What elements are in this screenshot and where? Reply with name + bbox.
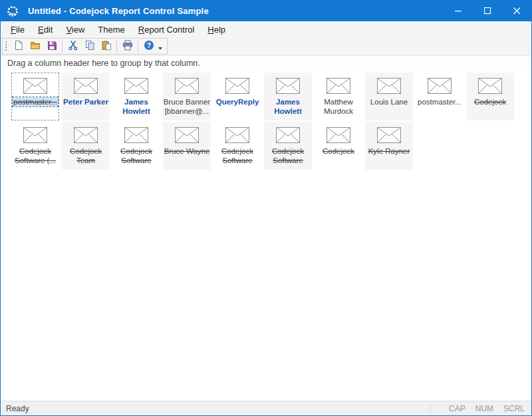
report-item-label: Kyle Rayner <box>368 146 410 156</box>
report-item[interactable]: Codejock <box>315 122 362 170</box>
toolbar-group: ? <box>2 38 168 55</box>
report-item[interactable]: James Howlett <box>264 73 312 120</box>
envelope-icon <box>23 78 47 94</box>
report-item-label: Codejock Software (... <box>15 146 56 165</box>
status-bar: Ready CAP NUM SCRL <box>1 401 531 415</box>
report-item-label: Louis Lane <box>370 97 408 106</box>
envelope-icon <box>74 78 98 94</box>
report-item[interactable]: Peter Parker <box>62 73 110 120</box>
window-title: Untitled - Codejock Report Control Sampl… <box>28 6 209 16</box>
toolbar-separator <box>116 41 117 53</box>
report-item[interactable]: Kyle Rayner <box>365 122 413 170</box>
toolbar-separator <box>62 41 63 53</box>
report-item-label: Codejock <box>323 146 354 156</box>
report-item-label: postmaster... <box>13 97 58 106</box>
group-by-hint: Drag a column header here to group by th… <box>7 59 200 68</box>
report-item-label: Codejock Software <box>221 146 253 165</box>
report-row-1: postmaster...Peter ParkerJames HowlettBr… <box>11 73 531 120</box>
report-area[interactable]: postmaster...Peter ParkerJames HowlettBr… <box>1 71 531 401</box>
cut-button[interactable] <box>65 39 81 54</box>
report-item-label: Codejock Software <box>120 146 152 165</box>
envelope-icon <box>225 78 249 94</box>
report-item-label: Matthew Murdock <box>324 97 353 116</box>
menu-theme[interactable]: Theme <box>91 23 131 37</box>
save-button[interactable] <box>43 39 60 54</box>
open-folder-icon <box>30 40 41 53</box>
envelope-icon <box>175 127 199 143</box>
envelope-icon <box>276 127 300 143</box>
report-item[interactable]: Louis Lane <box>365 73 413 120</box>
menu-report-control[interactable]: Report Control <box>132 23 201 37</box>
menu-bar: File Edit View Theme Report Control Help <box>1 21 531 37</box>
maximize-button[interactable] <box>473 1 502 21</box>
envelope-icon <box>74 127 98 143</box>
report-item[interactable]: Bruce Banner [bbanner@... <box>163 73 211 120</box>
report-row-2: Codejock Software (...Codejock TeamCodej… <box>11 122 531 170</box>
envelope-icon <box>23 127 47 143</box>
envelope-icon <box>276 78 300 94</box>
report-item[interactable]: Codejock Software <box>112 122 160 170</box>
print-button[interactable] <box>119 39 136 54</box>
help-button[interactable]: ? <box>140 39 157 54</box>
envelope-icon <box>225 127 249 143</box>
toolbar-dropdown-caret-icon[interactable] <box>158 47 162 50</box>
envelope-icon <box>327 127 350 143</box>
report-item-label: Peter Parker <box>63 97 108 106</box>
report-item-label: Codejock Team <box>70 146 102 165</box>
report-item[interactable]: Matthew Murdock <box>315 73 362 120</box>
svg-text:?: ? <box>146 41 150 49</box>
envelope-icon <box>377 78 401 94</box>
new-document-button[interactable] <box>10 39 27 54</box>
toolbar-separator <box>138 41 138 53</box>
envelope-icon <box>327 78 350 94</box>
envelope-icon <box>428 78 452 94</box>
close-button[interactable] <box>502 1 531 21</box>
report-item-label: QueryReply <box>216 97 259 106</box>
report-item[interactable]: Codejock <box>466 73 514 120</box>
envelope-icon <box>124 127 148 143</box>
report-item[interactable]: Codejock Software <box>264 122 312 170</box>
title-bar[interactable]: Untitled - Codejock Report Control Sampl… <box>1 1 531 21</box>
envelope-icon <box>175 78 199 94</box>
new-document-icon <box>13 40 24 53</box>
app-gear-icon <box>7 5 19 17</box>
envelope-icon <box>377 127 401 143</box>
minimize-button[interactable] <box>444 1 473 21</box>
caps-lock-indicator: CAP <box>449 404 466 413</box>
report-item-label: James Howlett <box>274 97 302 116</box>
report-item-label: postmaster... <box>418 97 462 106</box>
menu-edit[interactable]: Edit <box>31 23 59 37</box>
envelope-icon <box>124 78 148 94</box>
open-button[interactable] <box>27 39 43 54</box>
report-item[interactable]: postmaster... <box>11 73 59 120</box>
group-by-bar[interactable]: Drag a column header here to group by th… <box>1 56 531 71</box>
scissors-icon <box>68 40 78 53</box>
menu-help[interactable]: Help <box>201 23 232 37</box>
status-separator <box>430 404 431 413</box>
printer-icon <box>122 40 133 53</box>
menu-file[interactable]: File <box>4 23 31 37</box>
scroll-lock-indicator: SCRL <box>503 404 525 413</box>
copy-pages-icon <box>84 40 95 53</box>
report-item[interactable]: Codejock Software <box>213 122 261 170</box>
toolbar: ? <box>1 37 531 56</box>
report-item[interactable]: QueryReply <box>213 73 261 120</box>
paste-clipboard-icon <box>101 40 112 53</box>
copy-button[interactable] <box>81 39 98 54</box>
report-item-label: Bruce Banner [bbanner@... <box>164 97 210 116</box>
report-item[interactable]: Codejock Team <box>62 122 110 170</box>
report-item-label: James Howlett <box>122 97 150 116</box>
report-item[interactable]: Codejock Software (... <box>11 122 59 170</box>
paste-button[interactable] <box>98 39 114 54</box>
envelope-icon <box>478 78 502 94</box>
report-item-label: Codejock Software <box>272 146 304 165</box>
report-item-label: Bruce Wayne <box>164 146 210 156</box>
report-item[interactable]: Bruce Wayne <box>163 122 211 170</box>
report-item[interactable]: postmaster... <box>416 73 464 120</box>
report-item[interactable]: James Howlett <box>112 73 160 120</box>
menu-view[interactable]: View <box>59 23 91 37</box>
save-floppy-icon <box>47 40 57 53</box>
help-question-icon: ? <box>144 40 154 53</box>
toolbar-grip-handle[interactable] <box>5 41 7 52</box>
num-lock-indicator: NUM <box>475 404 493 413</box>
